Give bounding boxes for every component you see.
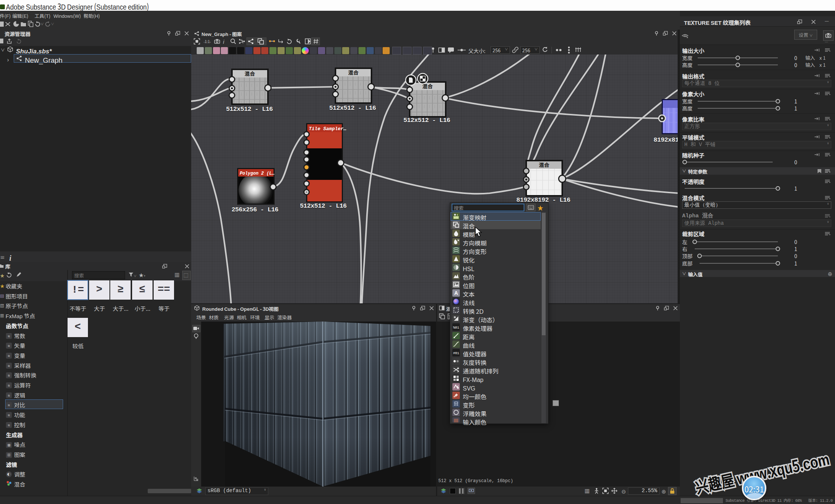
svg-text:%01: %01 (453, 326, 459, 330)
svg-text:Polygon 2 (L…: Polygon 2 (L… (240, 171, 275, 176)
svg-text:混合: 混合 (245, 70, 255, 77)
svg-text:混合: 混合 (348, 69, 359, 76)
svg-text:混合: 混合 (539, 161, 550, 168)
svg-text:Tile Sampler…: Tile Sampler… (309, 126, 347, 132)
svg-text:#01: #01 (453, 352, 459, 355)
svg-text:A: A (454, 290, 458, 296)
